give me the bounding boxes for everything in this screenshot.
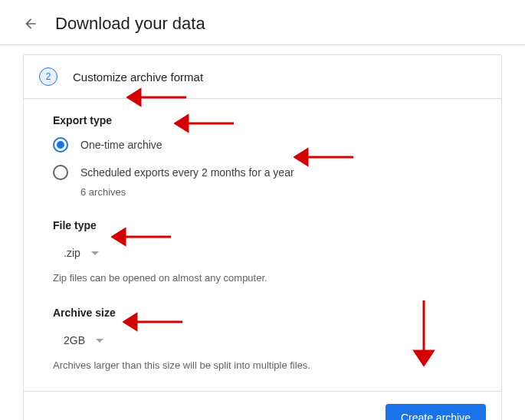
file-type-section: File type .zip Zip files can be opened o… [53, 219, 472, 285]
step-header: 2 Customize archive format [24, 55, 501, 99]
page-header: Download your data [0, 0, 525, 44]
header-divider [0, 44, 525, 45]
radio-one-time-label: One-time archive [80, 137, 162, 153]
archive-size-label: Archive size [53, 307, 472, 319]
file-type-help: Zip files can be opened on almost any co… [53, 271, 472, 285]
radio-icon [53, 137, 68, 153]
radio-icon [53, 165, 68, 180]
card-footer: Create archive [24, 391, 501, 420]
back-button[interactable] [21, 15, 40, 33]
step-title: Customize archive format [73, 71, 203, 84]
arrow-back-icon [23, 16, 38, 31]
radio-one-time[interactable]: One-time archive [53, 137, 472, 153]
file-type-dropdown[interactable]: .zip [53, 242, 102, 264]
archive-size-help: Archives larger than this size will be s… [53, 359, 472, 372]
card-body: Export type One-time archive Scheduled e… [24, 99, 501, 372]
export-card: 2 Customize archive format Export type O… [23, 54, 502, 420]
export-type-label: Export type [53, 114, 472, 126]
page-title: Download your data [55, 14, 205, 34]
radio-scheduled[interactable]: Scheduled exports every 2 months for a y… [53, 165, 472, 198]
file-type-label: File type [53, 219, 472, 231]
step-number-badge: 2 [39, 67, 57, 86]
chevron-down-icon [96, 339, 103, 343]
file-type-value: .zip [64, 247, 80, 259]
chevron-down-icon [91, 251, 99, 255]
create-archive-button[interactable]: Create archive [386, 404, 486, 420]
radio-scheduled-sub: 6 archives [80, 186, 294, 198]
archive-size-section: Archive size 2GB Archives larger than th… [53, 307, 472, 372]
radio-scheduled-label: Scheduled exports every 2 months for a y… [80, 165, 294, 180]
archive-size-value: 2GB [64, 334, 85, 346]
archive-size-dropdown[interactable]: 2GB [53, 330, 107, 351]
